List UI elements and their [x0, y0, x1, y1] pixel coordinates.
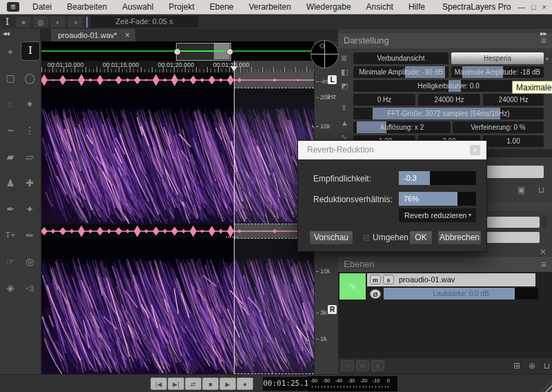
layers-view-icon[interactable]: ≣: [341, 54, 347, 63]
trash-icon[interactable]: ⊔: [538, 185, 544, 195]
spectrogram-selection-right[interactable]: [234, 238, 314, 374]
playhead-marker[interactable]: [230, 66, 237, 75]
tool-ellipse-select[interactable]: ◯: [21, 69, 39, 87]
tool-eraser[interactable]: ▰: [1, 148, 19, 166]
tool-pencil[interactable]: ✏: [21, 226, 39, 244]
gradient-icon[interactable]: ◧: [341, 68, 348, 77]
window-minimize-button[interactable]: —: [518, 3, 525, 11]
overview-navigator[interactable]: [41, 41, 314, 61]
tab-close-icon[interactable]: ×: [125, 29, 130, 41]
document-tab[interactable]: proaudio-01.wav* ×: [51, 29, 135, 41]
menu-ansicht[interactable]: Ansicht: [359, 0, 401, 14]
layer-solo-all-button[interactable]: s: [371, 360, 384, 371]
menu-projekt[interactable]: Projekt: [161, 0, 201, 14]
window-close-button[interactable]: ×: [542, 3, 546, 11]
composite-view-button[interactable]: Verbundansicht: [353, 52, 448, 64]
goto-end-button[interactable]: ▶|: [168, 378, 184, 390]
bypass-checkbox[interactable]: [362, 233, 371, 242]
fft-size-field[interactable]: FFT-Größe: 3072 samples (64ms/16Hz): [353, 108, 544, 119]
loop-button[interactable]: ⇄: [185, 378, 201, 390]
orb-3d-navigator[interactable]: ◇: [310, 40, 339, 68]
new-group-icon[interactable]: ⊞: [513, 361, 520, 371]
tool-clone-stamp[interactable]: ♟: [1, 174, 19, 192]
freq-low-field[interactable]: 0 Hz: [353, 94, 415, 106]
selection-mode-add-icon[interactable]: ◍: [33, 17, 48, 28]
tool-hand[interactable]: ☞: [1, 253, 19, 271]
layer-row[interactable]: m s proaudio-01.wav: [367, 273, 535, 286]
time-fade-field[interactable]: Zeit-Fade: 0.05 s: [90, 16, 198, 28]
tool-3d[interactable]: ◈: [1, 279, 19, 297]
peak-icon[interactable]: ▲: [341, 119, 348, 127]
menu-verarbeiten[interactable]: Verarbeiten: [241, 0, 298, 14]
overview-left-handle[interactable]: [174, 48, 181, 55]
ratio-field[interactable]: 76%: [399, 192, 476, 206]
max-amplitude-field[interactable]: Maximale Amplitude: -18 dB: [451, 66, 544, 78]
right-panel-collapse-icon[interactable]: ▶▶: [540, 31, 546, 37]
tool-brush[interactable]: ✒: [1, 200, 19, 218]
menu-datei[interactable]: Datei: [25, 0, 59, 14]
freq-mid-field[interactable]: 24000 Hz: [418, 94, 480, 106]
record-button[interactable]: ●: [237, 378, 253, 390]
mode-dropdown[interactable]: Reverb reduzieren ▾: [399, 208, 476, 222]
window-resize-grip[interactable]: [541, 381, 552, 392]
tool-audio-preview[interactable]: ◁): [21, 279, 39, 297]
cancel-button[interactable]: Abbrechen: [437, 231, 482, 245]
freq-high-field[interactable]: 24000 Hz: [483, 94, 544, 106]
expand-range-icon[interactable]: ⇕: [341, 104, 347, 112]
dialog-close-icon[interactable]: ×: [470, 145, 480, 155]
display-panel-header[interactable]: Darstellung ≡: [338, 33, 552, 48]
window-maximize-button[interactable]: □: [531, 3, 536, 11]
layer-thumbnail[interactable]: ∿: [339, 273, 366, 300]
waveform-canvas-right[interactable]: [41, 224, 314, 238]
dialog-title-bar[interactable]: Reverb-Reduktion ×: [298, 141, 486, 159]
menu-hilfe[interactable]: Hilfe: [401, 0, 433, 14]
tool-transform[interactable]: ⌖: [1, 43, 19, 61]
menu-ebene[interactable]: Ebene: [202, 0, 241, 14]
menu-wiedergabe[interactable]: Wiedergabe: [299, 0, 359, 14]
waveform-canvas-left[interactable]: [41, 72, 314, 88]
layer-phase-toggle-button[interactable]: ∿: [341, 360, 354, 371]
layer-phase-button[interactable]: Ø: [370, 289, 381, 299]
layers-panel-menu-icon[interactable]: ≡: [541, 257, 546, 272]
preview-button[interactable]: Vorschau: [309, 231, 353, 245]
layer-solo-button[interactable]: s: [383, 275, 394, 284]
colormap-select[interactable]: Hesperia: [451, 52, 544, 64]
time-ruler[interactable]: 00:01:10.000 00:01:15.000 00:01:20.000 0…: [41, 61, 314, 72]
overview-right-handle[interactable]: [226, 48, 233, 55]
tool-text[interactable]: T+: [1, 226, 19, 244]
playhead-line[interactable]: [234, 61, 235, 374]
selection-mode-intersect-icon[interactable]: ◑: [68, 17, 83, 28]
stop-button[interactable]: ■: [202, 378, 219, 390]
ok-button[interactable]: OK: [409, 231, 433, 245]
palette-collapse-icon[interactable]: ◀◀: [3, 31, 9, 37]
menu-auswahl[interactable]: Auswahl: [115, 0, 161, 14]
slider-handle[interactable]: [542, 217, 546, 228]
min-amplitude-field[interactable]: Minimale Amplitude: -90 dB: [353, 66, 448, 78]
layer-mute-button[interactable]: m: [370, 275, 381, 284]
tool-spray[interactable]: ✦: [21, 200, 39, 218]
layer-mute-all-button[interactable]: m: [356, 360, 369, 371]
tool-rect-select[interactable]: ▢: [1, 69, 19, 87]
new-layer-icon[interactable]: ⊕: [529, 361, 535, 371]
selection-mode-new-icon[interactable]: ●: [16, 17, 31, 28]
delete-layer-icon[interactable]: ⊔: [544, 361, 550, 371]
menu-bearbeiten[interactable]: Bearbeiten: [59, 0, 115, 14]
resolution-field[interactable]: Auflösung: x 2: [353, 121, 451, 133]
tool-time-select[interactable]: I: [21, 41, 40, 61]
tool-lasso-select[interactable]: ◌: [1, 95, 19, 113]
waveform-strip-right[interactable]: [41, 224, 314, 238]
contrast-icon[interactable]: ◩: [341, 81, 348, 90]
copy-icon[interactable]: ▣: [518, 185, 525, 195]
tool-zoom[interactable]: ◎: [21, 253, 39, 271]
param3-field[interactable]: 1.00: [483, 135, 544, 147]
tool-magic-wand[interactable]: ✶: [21, 95, 39, 113]
layer-volume-slider[interactable]: Lautstärke: 0.0 dB: [384, 288, 538, 300]
refinement-field[interactable]: Verfeinerung: 0 %: [453, 121, 544, 133]
waveform-strip-left[interactable]: [41, 72, 314, 88]
tool-eraser-variant[interactable]: ▱: [21, 148, 39, 166]
layers-panel-header[interactable]: Ebenen ≡: [338, 257, 552, 272]
colormap-dropdown-icon[interactable]: ▾: [546, 56, 549, 62]
play-button[interactable]: ▶: [219, 378, 236, 390]
selection-mode-subtract-icon[interactable]: ◐: [50, 17, 66, 28]
tool-freehand-select[interactable]: ┉: [1, 121, 19, 139]
